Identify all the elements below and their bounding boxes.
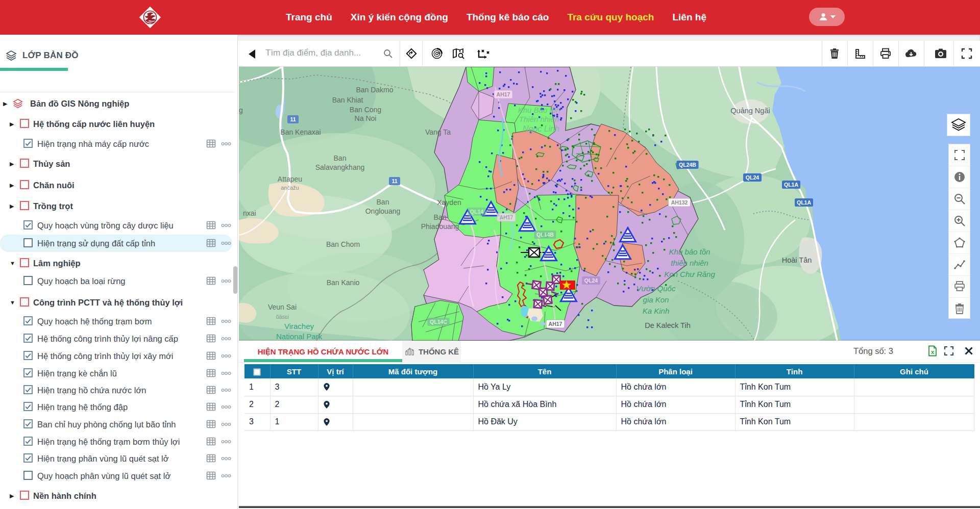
svg-text:Ban Dakmo: Ban Dakmo	[356, 86, 393, 94]
svg-text:nxai: nxai	[243, 209, 256, 217]
svg-text:Quảng Ngãi: Quảng Ngãi	[730, 107, 770, 115]
svg-text:Ngọc Linh: Ngọc Linh	[523, 124, 559, 133]
svg-text:QL14: QL14	[470, 209, 483, 215]
svg-text:QL14C: QL14C	[430, 319, 447, 325]
svg-text:Phiadouang: Phiadouang	[421, 222, 459, 231]
svg-text:QL14B: QL14B	[536, 232, 554, 238]
svg-text:Vườn Quốc: Vườn Quốc	[636, 284, 676, 293]
svg-text:QL1A: QL1A	[797, 199, 811, 206]
svg-text:x: x	[931, 349, 935, 355]
svg-text:QL24B: QL24B	[679, 162, 696, 168]
svg-text:Salavangkhang: Salavangkhang	[315, 163, 365, 171]
svg-text:thiên nhiên: thiên nhiên	[671, 259, 708, 267]
svg-text:QL24: QL24	[584, 277, 598, 284]
svg-text:11: 11	[290, 116, 296, 122]
svg-text:AH17: AH17	[500, 214, 513, 220]
svg-text:Xayden: Xayden	[437, 198, 461, 207]
svg-text:QL24: QL24	[746, 174, 759, 181]
svg-text:De Kaleck Tih: De Kaleck Tih	[645, 321, 690, 329]
svg-text:Ban Kenaxai: Ban Kenaxai	[280, 128, 321, 136]
svg-text:Veun Sai: Veun Sai	[268, 303, 297, 311]
svg-text:Vang Ta: Vang Ta	[425, 128, 451, 136]
svg-text:ančažu: ančažu	[281, 185, 299, 191]
svg-text:Kon Chư Răng: Kon Chư Răng	[664, 270, 715, 278]
svg-text:Onglouang: Onglouang	[365, 207, 401, 215]
svg-text:Hoài Tân: Hoài Tân	[782, 256, 812, 264]
svg-text:Ban: Ban	[434, 213, 447, 221]
svg-text:gia Kon: gia Kon	[643, 295, 669, 304]
svg-text:Attapeu: Attapeu	[278, 175, 302, 183]
svg-text:Ban: Ban	[334, 154, 347, 162]
svg-text:QL1A: QL1A	[784, 182, 798, 188]
svg-text:Ka Kinh: Ka Kinh	[643, 307, 670, 315]
svg-text:Khu bảo tồn: Khu bảo tồn	[669, 247, 710, 256]
svg-text:AH132: AH132	[671, 199, 688, 206]
svg-text:Ban Kanio: Ban Kanio	[327, 278, 360, 287]
svg-text:Virachey: Virachey	[284, 322, 314, 330]
svg-text:Ban Chom: Ban Chom	[326, 240, 360, 248]
svg-text:Ban Khiat: Ban Khiat	[332, 96, 363, 104]
svg-text:g: g	[239, 106, 243, 114]
svg-text:11: 11	[391, 178, 397, 184]
svg-text:Thiên nhiên: Thiên nhiên	[519, 115, 559, 123]
svg-text:ŭäsɛi: ŭäsɛi	[276, 314, 288, 320]
svg-text:AH17: AH17	[549, 321, 562, 327]
svg-text:Na Noi: Na Noi	[355, 114, 377, 122]
svg-text:Ban Cong: Ban Cong	[350, 106, 381, 114]
svg-text:National Park: National Park	[276, 332, 323, 341]
svg-text:Khu Bảo tồn: Khu Bảo tồn	[518, 106, 560, 114]
svg-text:AH17: AH17	[497, 91, 510, 97]
svg-text:Ban: Ban	[377, 198, 389, 206]
